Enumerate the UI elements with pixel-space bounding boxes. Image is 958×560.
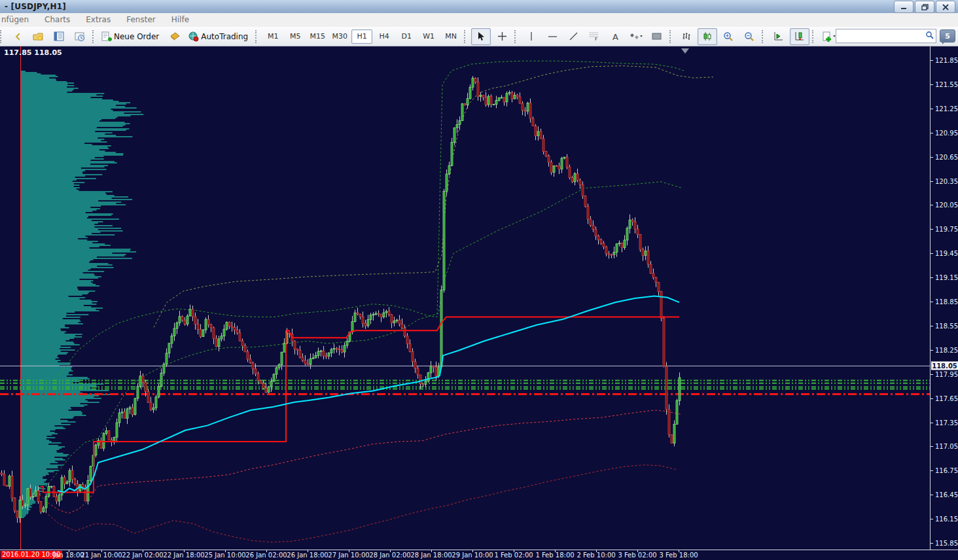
new-order-button[interactable]: Neue Order (99, 28, 164, 45)
toolbar-separator (669, 30, 674, 43)
text-label-button[interactable]: A (605, 28, 625, 45)
price-tick-label: 117.35 (935, 419, 958, 426)
new-order-icon (101, 31, 112, 42)
price-tick (931, 133, 933, 133)
restore-icon (921, 4, 929, 10)
price-tick-label: 118.25 (935, 346, 958, 353)
time-tick-label: 3 Feb 02:00 (618, 551, 656, 559)
price-tick (931, 374, 933, 375)
rectangle-icon (652, 33, 662, 41)
time-tick-label: 25 Jan 10:00 (204, 551, 245, 559)
time-axis[interactable]: 2016.01.20 10:00Jan 18:0021 Jan 10:0022 … (0, 550, 958, 560)
price-tick (931, 302, 933, 302)
timeframe-button-mn[interactable]: MN (440, 29, 461, 44)
toolbar-separator (812, 30, 817, 43)
price-tick (931, 181, 933, 182)
price-tick-label: 120.35 (935, 177, 958, 184)
current-price-badge: 118.05 (931, 362, 958, 370)
time-tick-label: 26 Jan 18:00 (287, 551, 328, 559)
menu-item-hilfe[interactable]: Hilfe (164, 13, 197, 27)
toolbar-separator (0, 30, 5, 43)
price-tick (931, 350, 933, 351)
clipped-button[interactable] (7, 28, 27, 45)
timeframe-button-h4[interactable]: H4 (374, 29, 395, 44)
timeframe-button-d1[interactable]: D1 (396, 29, 417, 44)
menu-item-extras[interactable]: Extras (78, 13, 118, 27)
arrows-dropdown-button[interactable] (626, 28, 646, 45)
autotrading-button[interactable]: AutoTrading (186, 28, 253, 45)
strategy-tester-icon (75, 31, 85, 42)
window-close-button[interactable] (936, 1, 955, 13)
price-tick (931, 253, 933, 254)
bar-chart-button[interactable] (677, 28, 696, 45)
price-tick (931, 495, 933, 495)
price-tick (931, 205, 933, 205)
price-chart[interactable]: 117.85 118.05 (0, 46, 930, 550)
toolbar-separator (464, 30, 469, 43)
price-tick-label: 121.55 (935, 80, 958, 88)
price-tick (931, 446, 933, 447)
toolbar-separator (514, 30, 519, 43)
price-tick-label: 119.15 (935, 274, 958, 281)
toolbar-button-label: AutoTrading (199, 32, 251, 41)
price-tick (931, 519, 933, 519)
minimize-icon (900, 4, 907, 10)
price-tick-label: 119.75 (935, 226, 958, 233)
price-tick (931, 423, 933, 423)
timeframe-button-m15[interactable]: M15 (307, 29, 328, 44)
metaeditor-icon (169, 31, 181, 41)
vertical-line-button[interactable] (522, 28, 541, 45)
zoom-in-button[interactable] (718, 28, 738, 45)
menu-item-nfgen[interactable]: nfügen (0, 13, 37, 27)
strategy-tester-button[interactable] (70, 28, 90, 45)
price-tick (931, 277, 933, 278)
toolbar-button-label: Neue Order (112, 32, 162, 41)
menu-item-fenster[interactable]: Fenster (118, 13, 164, 27)
time-tick-label: 22 Jan 02:00 (122, 551, 163, 559)
search-input[interactable] (838, 30, 924, 42)
candlestick-chart-button[interactable] (698, 28, 717, 45)
timeframe-button-w1[interactable]: W1 (418, 29, 439, 44)
timeframe-button-h1[interactable]: H1 (351, 29, 372, 44)
chart-window: 117.85 118.05 121.85121.55121.25120.9512… (0, 46, 958, 560)
window-minimize-button[interactable] (894, 1, 914, 13)
crosshair-button[interactable] (492, 28, 512, 45)
time-tick-label: 21 Jan 10:00 (80, 551, 122, 559)
terminal-list-icon (54, 31, 64, 41)
trendline-button[interactable] (563, 28, 583, 45)
price-tick (931, 157, 933, 158)
horizontal-line-button[interactable] (542, 28, 562, 45)
timeframe-button-m1[interactable]: M1 (262, 29, 283, 44)
price-tick (931, 60, 933, 61)
price-tick (931, 84, 933, 85)
timeframe-button-m30[interactable]: M30 (329, 29, 350, 44)
search-icon[interactable] (925, 31, 934, 40)
window-restore-button[interactable] (915, 1, 934, 13)
timeframe-button-m5[interactable]: M5 (285, 29, 306, 44)
vertical-line-icon (528, 31, 535, 41)
cursor-arrow-button[interactable] (471, 28, 491, 45)
indicators-add-icon (823, 31, 836, 42)
search-box (836, 29, 936, 43)
chart-shift-button[interactable] (790, 28, 809, 45)
fibonacci-button[interactable]: F (584, 28, 604, 45)
time-tick-label: 29 Jan 10:00 (452, 551, 493, 559)
time-tick-label: 1 Feb 02:00 (494, 551, 533, 559)
price-tick (931, 229, 933, 230)
rectangle-button[interactable] (647, 28, 667, 45)
time-tick-label: 22 Jan 18:00 (163, 551, 204, 559)
metaeditor-button[interactable] (165, 28, 185, 45)
svg-text:F: F (595, 37, 597, 41)
terminal-list-button[interactable] (49, 28, 69, 45)
zoom-out-icon (744, 31, 754, 42)
price-axis[interactable]: 121.85121.55121.25120.95120.65120.35120.… (930, 46, 958, 550)
auto-scroll-button[interactable] (769, 28, 789, 45)
zoom-out-button[interactable] (739, 28, 759, 45)
profiles-folder-star-button[interactable] (28, 28, 48, 45)
close-icon (942, 4, 949, 10)
price-tick-label: 117.95 (935, 370, 958, 377)
notifications-badge[interactable]: 5 (940, 29, 955, 43)
clipped-icon (15, 31, 20, 42)
menu-item-charts[interactable]: Charts (37, 13, 78, 27)
price-tick-label: 119.45 (935, 250, 958, 257)
